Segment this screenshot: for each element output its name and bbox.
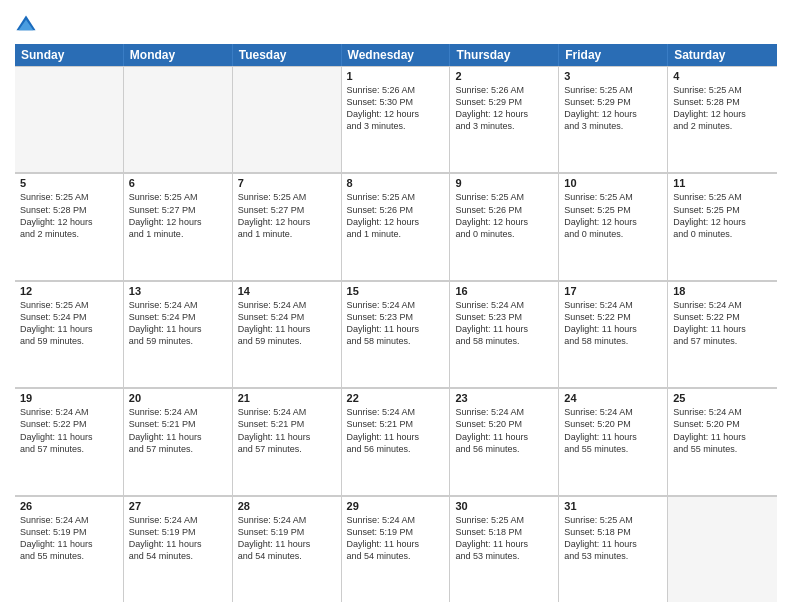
calendar-cell: 5Sunrise: 5:25 AM Sunset: 5:28 PM Daylig… xyxy=(15,173,124,279)
cell-info: Sunrise: 5:25 AM Sunset: 5:27 PM Dayligh… xyxy=(238,191,336,240)
day-number: 26 xyxy=(20,500,118,512)
logo xyxy=(15,10,41,36)
cell-info: Sunrise: 5:24 AM Sunset: 5:19 PM Dayligh… xyxy=(20,514,118,563)
calendar-cell: 7Sunrise: 5:25 AM Sunset: 5:27 PM Daylig… xyxy=(233,173,342,279)
calendar-cell xyxy=(668,496,777,602)
cell-info: Sunrise: 5:24 AM Sunset: 5:19 PM Dayligh… xyxy=(238,514,336,563)
calendar-cell: 29Sunrise: 5:24 AM Sunset: 5:19 PM Dayli… xyxy=(342,496,451,602)
weekday-header: Saturday xyxy=(668,44,777,66)
calendar-cell: 11Sunrise: 5:25 AM Sunset: 5:25 PM Dayli… xyxy=(668,173,777,279)
day-number: 8 xyxy=(347,177,445,189)
calendar-cell: 4Sunrise: 5:25 AM Sunset: 5:28 PM Daylig… xyxy=(668,66,777,172)
cell-info: Sunrise: 5:24 AM Sunset: 5:21 PM Dayligh… xyxy=(129,406,227,455)
calendar-cell: 22Sunrise: 5:24 AM Sunset: 5:21 PM Dayli… xyxy=(342,388,451,494)
day-number: 5 xyxy=(20,177,118,189)
day-number: 19 xyxy=(20,392,118,404)
calendar-body: 1Sunrise: 5:26 AM Sunset: 5:30 PM Daylig… xyxy=(15,66,777,602)
weekday-header: Sunday xyxy=(15,44,124,66)
cell-info: Sunrise: 5:25 AM Sunset: 5:25 PM Dayligh… xyxy=(564,191,662,240)
calendar-cell: 20Sunrise: 5:24 AM Sunset: 5:21 PM Dayli… xyxy=(124,388,233,494)
cell-info: Sunrise: 5:26 AM Sunset: 5:29 PM Dayligh… xyxy=(455,84,553,133)
cell-info: Sunrise: 5:25 AM Sunset: 5:26 PM Dayligh… xyxy=(455,191,553,240)
day-number: 16 xyxy=(455,285,553,297)
cell-info: Sunrise: 5:25 AM Sunset: 5:29 PM Dayligh… xyxy=(564,84,662,133)
day-number: 4 xyxy=(673,70,772,82)
day-number: 28 xyxy=(238,500,336,512)
calendar-cell: 15Sunrise: 5:24 AM Sunset: 5:23 PM Dayli… xyxy=(342,281,451,387)
cell-info: Sunrise: 5:25 AM Sunset: 5:18 PM Dayligh… xyxy=(564,514,662,563)
weekday-header: Monday xyxy=(124,44,233,66)
day-number: 9 xyxy=(455,177,553,189)
day-number: 11 xyxy=(673,177,772,189)
calendar-cell: 31Sunrise: 5:25 AM Sunset: 5:18 PM Dayli… xyxy=(559,496,668,602)
cell-info: Sunrise: 5:24 AM Sunset: 5:23 PM Dayligh… xyxy=(347,299,445,348)
calendar-cell: 12Sunrise: 5:25 AM Sunset: 5:24 PM Dayli… xyxy=(15,281,124,387)
day-number: 29 xyxy=(347,500,445,512)
calendar-cell: 24Sunrise: 5:24 AM Sunset: 5:20 PM Dayli… xyxy=(559,388,668,494)
calendar-cell: 25Sunrise: 5:24 AM Sunset: 5:20 PM Dayli… xyxy=(668,388,777,494)
day-number: 1 xyxy=(347,70,445,82)
cell-info: Sunrise: 5:24 AM Sunset: 5:22 PM Dayligh… xyxy=(564,299,662,348)
cell-info: Sunrise: 5:25 AM Sunset: 5:24 PM Dayligh… xyxy=(20,299,118,348)
cell-info: Sunrise: 5:24 AM Sunset: 5:20 PM Dayligh… xyxy=(673,406,772,455)
calendar-cell: 10Sunrise: 5:25 AM Sunset: 5:25 PM Dayli… xyxy=(559,173,668,279)
calendar-cell: 16Sunrise: 5:24 AM Sunset: 5:23 PM Dayli… xyxy=(450,281,559,387)
day-number: 20 xyxy=(129,392,227,404)
day-number: 22 xyxy=(347,392,445,404)
calendar-row: 12Sunrise: 5:25 AM Sunset: 5:24 PM Dayli… xyxy=(15,281,777,388)
calendar-cell: 28Sunrise: 5:24 AM Sunset: 5:19 PM Dayli… xyxy=(233,496,342,602)
calendar-row: 1Sunrise: 5:26 AM Sunset: 5:30 PM Daylig… xyxy=(15,66,777,173)
day-number: 12 xyxy=(20,285,118,297)
page: SundayMondayTuesdayWednesdayThursdayFrid… xyxy=(0,0,792,612)
day-number: 15 xyxy=(347,285,445,297)
calendar-cell: 30Sunrise: 5:25 AM Sunset: 5:18 PM Dayli… xyxy=(450,496,559,602)
day-number: 18 xyxy=(673,285,772,297)
cell-info: Sunrise: 5:24 AM Sunset: 5:20 PM Dayligh… xyxy=(564,406,662,455)
logo-icon xyxy=(15,14,37,36)
cell-info: Sunrise: 5:25 AM Sunset: 5:27 PM Dayligh… xyxy=(129,191,227,240)
calendar-cell: 1Sunrise: 5:26 AM Sunset: 5:30 PM Daylig… xyxy=(342,66,451,172)
calendar-cell: 26Sunrise: 5:24 AM Sunset: 5:19 PM Dayli… xyxy=(15,496,124,602)
day-number: 23 xyxy=(455,392,553,404)
cell-info: Sunrise: 5:24 AM Sunset: 5:20 PM Dayligh… xyxy=(455,406,553,455)
calendar-cell: 21Sunrise: 5:24 AM Sunset: 5:21 PM Dayli… xyxy=(233,388,342,494)
weekday-header: Tuesday xyxy=(233,44,342,66)
calendar: SundayMondayTuesdayWednesdayThursdayFrid… xyxy=(15,44,777,602)
calendar-cell: 8Sunrise: 5:25 AM Sunset: 5:26 PM Daylig… xyxy=(342,173,451,279)
calendar-cell: 3Sunrise: 5:25 AM Sunset: 5:29 PM Daylig… xyxy=(559,66,668,172)
calendar-cell xyxy=(124,66,233,172)
cell-info: Sunrise: 5:25 AM Sunset: 5:26 PM Dayligh… xyxy=(347,191,445,240)
cell-info: Sunrise: 5:24 AM Sunset: 5:22 PM Dayligh… xyxy=(20,406,118,455)
cell-info: Sunrise: 5:24 AM Sunset: 5:21 PM Dayligh… xyxy=(238,406,336,455)
day-number: 2 xyxy=(455,70,553,82)
calendar-cell: 23Sunrise: 5:24 AM Sunset: 5:20 PM Dayli… xyxy=(450,388,559,494)
calendar-row: 26Sunrise: 5:24 AM Sunset: 5:19 PM Dayli… xyxy=(15,496,777,602)
cell-info: Sunrise: 5:24 AM Sunset: 5:22 PM Dayligh… xyxy=(673,299,772,348)
calendar-header: SundayMondayTuesdayWednesdayThursdayFrid… xyxy=(15,44,777,66)
day-number: 14 xyxy=(238,285,336,297)
calendar-cell xyxy=(15,66,124,172)
day-number: 27 xyxy=(129,500,227,512)
weekday-header: Friday xyxy=(559,44,668,66)
calendar-cell: 27Sunrise: 5:24 AM Sunset: 5:19 PM Dayli… xyxy=(124,496,233,602)
cell-info: Sunrise: 5:24 AM Sunset: 5:24 PM Dayligh… xyxy=(129,299,227,348)
day-number: 30 xyxy=(455,500,553,512)
calendar-cell: 17Sunrise: 5:24 AM Sunset: 5:22 PM Dayli… xyxy=(559,281,668,387)
calendar-cell: 19Sunrise: 5:24 AM Sunset: 5:22 PM Dayli… xyxy=(15,388,124,494)
header xyxy=(15,10,777,36)
calendar-cell xyxy=(233,66,342,172)
day-number: 25 xyxy=(673,392,772,404)
cell-info: Sunrise: 5:25 AM Sunset: 5:28 PM Dayligh… xyxy=(20,191,118,240)
calendar-cell: 2Sunrise: 5:26 AM Sunset: 5:29 PM Daylig… xyxy=(450,66,559,172)
weekday-header: Thursday xyxy=(450,44,559,66)
cell-info: Sunrise: 5:24 AM Sunset: 5:21 PM Dayligh… xyxy=(347,406,445,455)
cell-info: Sunrise: 5:24 AM Sunset: 5:19 PM Dayligh… xyxy=(129,514,227,563)
day-number: 6 xyxy=(129,177,227,189)
day-number: 10 xyxy=(564,177,662,189)
day-number: 31 xyxy=(564,500,662,512)
day-number: 24 xyxy=(564,392,662,404)
calendar-cell: 18Sunrise: 5:24 AM Sunset: 5:22 PM Dayli… xyxy=(668,281,777,387)
day-number: 7 xyxy=(238,177,336,189)
cell-info: Sunrise: 5:26 AM Sunset: 5:30 PM Dayligh… xyxy=(347,84,445,133)
calendar-cell: 9Sunrise: 5:25 AM Sunset: 5:26 PM Daylig… xyxy=(450,173,559,279)
